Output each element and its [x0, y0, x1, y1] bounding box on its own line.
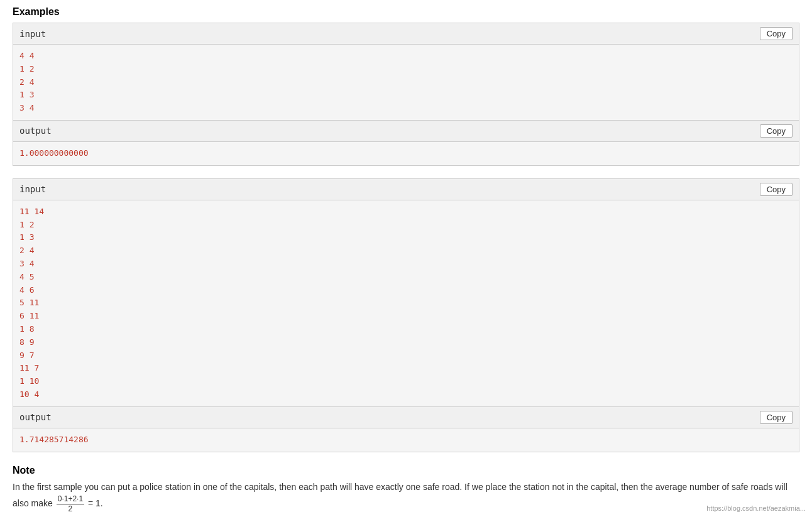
- note-p1-result: = 1.: [88, 498, 103, 508]
- copy-output-button-1[interactable]: Copy: [760, 124, 793, 138]
- copy-output-button-2[interactable]: Copy: [760, 411, 793, 424]
- note-paragraph1: In the first sample you can put a police…: [13, 480, 799, 514]
- input-content-1: 4 4 1 2 2 4 1 3 3 4: [13, 45, 799, 120]
- input-label-2: input: [19, 184, 46, 194]
- note-title: Note: [13, 465, 799, 476]
- output-header-1: output Copy: [13, 121, 799, 142]
- example-block-2: input Copy 11 14 1 2 1 3 2 4 3 4 4 5 4 6…: [13, 178, 799, 452]
- output-section-1: output Copy 1.000000000000: [13, 121, 799, 166]
- output-label-2: output: [19, 412, 52, 422]
- input-header-2: input Copy: [13, 179, 799, 200]
- output-content-1: 1.000000000000: [13, 142, 799, 165]
- note-section: Note In the first sample you can put a p…: [13, 465, 799, 517]
- example-block-1: input Copy 4 4 1 2 2 4 1 3 3 4 output Co…: [13, 23, 799, 166]
- input-label-1: input: [19, 29, 46, 39]
- note-p1-fraction: 0·1+2·1 2: [57, 494, 84, 513]
- copy-input-button-1[interactable]: Copy: [760, 27, 793, 40]
- examples-title: Examples: [13, 6, 799, 18]
- output-section-2: output Copy 1.714285714286: [13, 407, 799, 452]
- input-section-2: input Copy 11 14 1 2 1 3 2 4 3 4 4 5 4 6…: [13, 178, 799, 407]
- note-p1-fraction-den: 2: [67, 504, 74, 513]
- output-header-2: output Copy: [13, 407, 799, 428]
- output-label-1: output: [19, 126, 52, 136]
- input-content-2: 11 14 1 2 1 3 2 4 3 4 4 5 4 6 5 11 6 11 …: [13, 200, 799, 406]
- input-section-1: input Copy 4 4 1 2 2 4 1 3 3 4: [13, 23, 799, 121]
- input-header-1: input Copy: [13, 23, 799, 45]
- copy-input-button-2[interactable]: Copy: [760, 183, 793, 196]
- note-p1-text1: In the first sample you can put a police…: [13, 482, 787, 508]
- note-p1-fraction-num: 0·1+2·1: [57, 494, 84, 504]
- watermark: https://blog.csdn.net/aezakmia...: [706, 504, 806, 512]
- output-content-2: 1.714285714286: [13, 428, 799, 452]
